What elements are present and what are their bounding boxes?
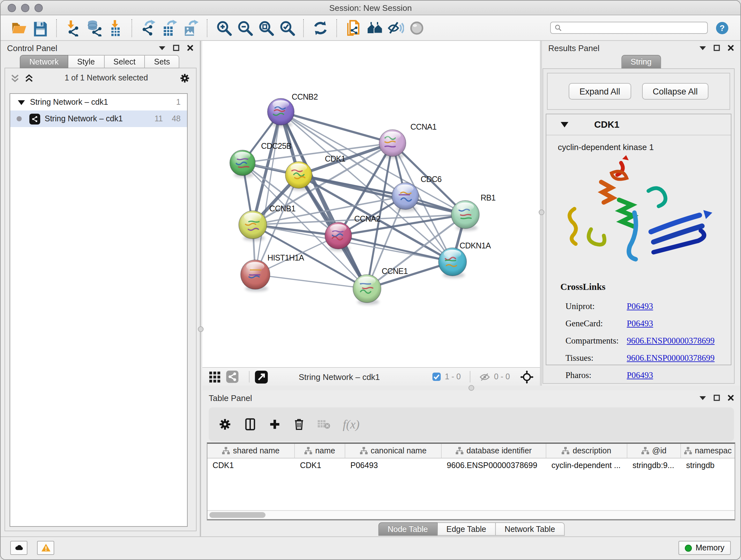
crosslink-genecard-link[interactable]: P06493 — [627, 318, 653, 328]
node-result-header[interactable]: CDK1 — [546, 114, 731, 135]
network-canvas[interactable]: CCNB2CCNA1CDC25BCDK1CDC6RB1CCNB1CCNA2CDK… — [202, 41, 540, 367]
table-panel: Table Panel f(x) — [202, 390, 740, 537]
level-of-detail-icon[interactable] — [406, 17, 427, 38]
window-title: Session: New Session — [1, 1, 740, 15]
column-header[interactable]: name — [295, 444, 345, 458]
tab-node-table[interactable]: Node Table — [378, 522, 437, 536]
cloud-icon — [14, 543, 24, 553]
network-share-view-icon[interactable] — [226, 370, 239, 383]
column-header[interactable]: shared name — [207, 444, 295, 458]
network-node-CCNB1[interactable] — [239, 211, 267, 241]
expand-all-button[interactable]: Expand All — [569, 83, 631, 100]
save-icon[interactable] — [29, 17, 51, 38]
open-view-icon[interactable] — [255, 370, 268, 383]
table-options-gear-icon[interactable] — [218, 418, 232, 431]
open-folder-icon[interactable] — [8, 17, 29, 38]
network-node-CCNA2[interactable] — [325, 222, 352, 251]
network-node-CCNE1[interactable] — [353, 274, 381, 305]
results-splitter-handle[interactable] — [538, 209, 544, 215]
tab-select[interactable]: Select — [105, 55, 145, 68]
crosslink-uniprot-link[interactable]: P06493 — [627, 301, 653, 311]
show-grid-icon[interactable] — [209, 371, 221, 383]
table-row[interactable]: CDK1 CDK1 P06493 9606.ENSP00000378699 cy… — [207, 458, 735, 473]
show-hide-graphics-icon[interactable] — [385, 17, 406, 38]
tab-style[interactable]: Style — [68, 55, 105, 68]
results-panel: Results Panel String Expand All Collapse… — [542, 41, 740, 386]
column-header[interactable]: canonical name — [345, 444, 442, 458]
tab-network[interactable]: Network — [20, 55, 68, 68]
table-panel-title: Table Panel — [209, 393, 252, 402]
crosslink-tissues-link[interactable]: 9606.ENSP00000378699 — [627, 353, 715, 363]
node-table[interactable]: shared name name canonical name database… — [207, 442, 735, 520]
toolbar-separator — [249, 371, 250, 382]
collection-expander-icon[interactable] — [18, 99, 25, 105]
warnings-button[interactable] — [37, 541, 54, 555]
hidden-eye-icon[interactable] — [479, 372, 490, 381]
network-node-RB1[interactable] — [451, 200, 479, 231]
tab-network-table[interactable]: Network Table — [495, 522, 564, 536]
node-label-CDC6: CDC6 — [421, 175, 442, 184]
network-row-selected[interactable]: String Network – cdk1 11 48 — [10, 111, 187, 127]
network-node-CCNA1[interactable] — [379, 130, 406, 159]
export-table-icon[interactable] — [159, 17, 180, 38]
network-from-file-icon[interactable] — [343, 17, 364, 38]
column-header[interactable]: description — [546, 444, 627, 458]
add-column-icon[interactable] — [269, 418, 281, 430]
network-node-CDC6[interactable] — [392, 183, 419, 211]
tab-sets[interactable]: Sets — [145, 55, 180, 68]
export-image-icon[interactable] — [180, 17, 201, 38]
column-header[interactable]: database identifier — [442, 444, 546, 458]
zoom-in-icon[interactable] — [213, 17, 234, 38]
selected-nodes-checkbox-icon[interactable] — [432, 372, 441, 381]
panel-menu-icon[interactable] — [159, 45, 165, 51]
collapse-all-button[interactable]: Collapse All — [642, 83, 709, 100]
float-panel-icon[interactable] — [173, 45, 179, 51]
search-input[interactable] — [550, 22, 708, 34]
left-splitter-handle[interactable] — [198, 326, 204, 332]
network-collection-row[interactable]: String Network – cdk1 1 — [10, 94, 187, 111]
zoom-out-icon[interactable] — [234, 17, 255, 38]
table-horizontal-scrollbar[interactable] — [207, 510, 735, 519]
table-splitter-handle[interactable] — [468, 385, 474, 391]
float-panel-icon[interactable] — [714, 395, 720, 401]
import-database-icon[interactable] — [84, 17, 105, 38]
network-node-HIST1H1A[interactable] — [241, 260, 270, 292]
cloud-status-button[interactable] — [10, 541, 27, 555]
panel-menu-icon[interactable] — [699, 395, 706, 401]
node-label-CCNB1: CCNB1 — [269, 204, 295, 213]
delete-column-icon[interactable] — [293, 418, 305, 431]
export-network-icon[interactable] — [138, 17, 159, 38]
close-panel-icon[interactable] — [187, 45, 193, 51]
memory-button[interactable]: Memory — [678, 541, 731, 555]
collapse-entry-icon[interactable] — [560, 121, 569, 128]
node-result-name: CDK1 — [594, 119, 619, 130]
network-node-CDC25B[interactable] — [230, 150, 255, 178]
collapse-all-networks-icon[interactable] — [11, 74, 19, 82]
expand-all-networks-icon[interactable] — [25, 74, 33, 82]
crosslink-compartments-link[interactable]: 9606.ENSP00000378699 — [627, 335, 715, 346]
close-panel-icon[interactable] — [728, 395, 734, 401]
home-pages-icon[interactable] — [364, 17, 385, 38]
network-node-CDKN1A[interactable] — [439, 248, 467, 278]
show-columns-icon[interactable] — [244, 418, 257, 431]
network-options-gear-icon[interactable] — [179, 72, 190, 83]
help-icon[interactable]: ? — [716, 21, 729, 35]
tab-edge-table[interactable]: Edge Table — [437, 522, 496, 536]
svg-text:?: ? — [720, 23, 725, 33]
import-table-icon[interactable] — [105, 17, 126, 38]
close-panel-icon[interactable] — [728, 45, 734, 51]
crosslink-pharos-link[interactable]: P06493 — [627, 370, 653, 380]
tab-string[interactable]: String — [621, 55, 661, 68]
fit-content-crosshair-icon[interactable] — [520, 370, 534, 383]
float-panel-icon[interactable] — [714, 45, 720, 51]
zoom-fit-icon[interactable] — [255, 17, 276, 38]
scrollbar-thumb[interactable] — [209, 512, 266, 518]
delete-table-icon — [317, 419, 331, 430]
import-network-icon[interactable] — [63, 17, 84, 38]
crosslinks-title: CrossLinks — [560, 282, 724, 293]
column-header[interactable]: @id — [627, 444, 681, 458]
panel-menu-icon[interactable] — [699, 45, 706, 51]
refresh-icon[interactable] — [310, 17, 331, 38]
column-header[interactable]: namespac — [681, 444, 735, 458]
zoom-selected-icon[interactable] — [276, 17, 297, 38]
